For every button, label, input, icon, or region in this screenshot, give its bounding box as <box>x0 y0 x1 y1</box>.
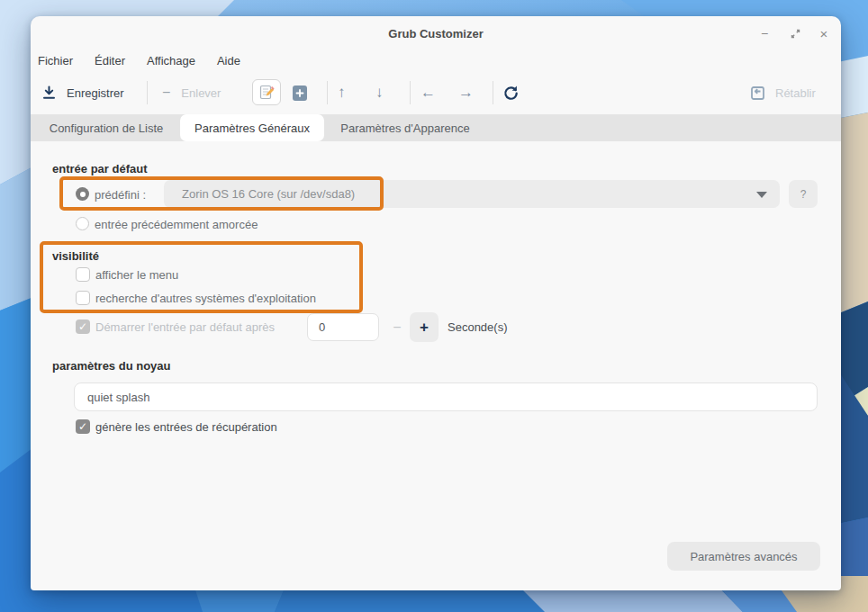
arrow-right-icon: → <box>458 84 474 102</box>
remove-label: Enlever <box>181 86 221 100</box>
save-button[interactable]: Enregistrer <box>42 77 124 108</box>
move-right-button: → <box>458 77 474 108</box>
tab-parametres-generaux[interactable]: Paramètres Généraux <box>180 114 324 141</box>
timeout-value-input[interactable] <box>307 313 379 341</box>
move-up-button: ↑ <box>338 77 346 108</box>
remove-icon: − <box>162 85 170 101</box>
tab-parametres-apparence[interactable]: Paramètres d'Apparence <box>328 114 483 141</box>
recovery-entries-label: génère les entrées de récupération <box>95 420 277 434</box>
arrow-down-icon: ↓ <box>375 84 384 102</box>
plus-icon: + <box>420 319 429 337</box>
move-down-button: ↓ <box>375 77 384 108</box>
maximize-button[interactable] <box>785 25 805 41</box>
minimize-icon: − <box>761 26 768 40</box>
menu-editer[interactable]: Éditer <box>95 54 125 70</box>
move-left-button: ← <box>420 77 436 108</box>
grub-customizer-window: Grub Customizer − × Fichier Éditer Affic… <box>31 16 841 590</box>
titlebar: Grub Customizer − × <box>31 16 841 47</box>
kernel-params-header: paramètres du noyau <box>52 359 171 373</box>
revert-button: Rétablir <box>750 77 816 108</box>
remove-button: − Enlever <box>162 77 221 108</box>
chevron-down-icon <box>756 192 767 198</box>
timeout-label: Démarrer l'entrée par défaut après <box>95 320 275 334</box>
close-icon: × <box>820 26 828 41</box>
minus-icon: − <box>393 320 401 336</box>
previously-booted-radio[interactable] <box>76 217 89 230</box>
edit-entry-button[interactable] <box>252 79 281 105</box>
toolbar-separator <box>147 81 148 104</box>
new-document-icon <box>292 85 308 102</box>
menu-aide[interactable]: Aide <box>217 54 240 70</box>
timeout-checkbox: ✓ <box>76 320 90 334</box>
window-title: Grub Customizer <box>31 27 841 40</box>
help-icon: ? <box>800 188 807 201</box>
menubar: Fichier Éditer Affichage Aide <box>38 54 240 70</box>
annotation-box-default-entry <box>59 176 384 211</box>
timeout-increment-button[interactable]: + <box>410 312 439 342</box>
annotation-box-visibility <box>40 241 363 313</box>
menu-affichage[interactable]: Affichage <box>147 54 195 70</box>
tab-configuration-de-liste[interactable]: Configuration de Liste <box>36 114 176 141</box>
arrow-up-icon: ↑ <box>338 84 346 102</box>
revert-label: Rétablir <box>775 86 816 100</box>
check-icon: ✓ <box>78 420 87 433</box>
desktop: Grub Customizer − × Fichier Éditer Affic… <box>0 0 868 612</box>
tabstrip: Configuration de Liste Paramètres Généra… <box>31 114 841 141</box>
default-entry-header: entrée par défaut <box>52 162 147 176</box>
timeout-decrement-button: − <box>388 313 406 341</box>
kernel-params-input[interactable] <box>74 382 818 411</box>
advanced-settings-button[interactable]: Paramètres avancés <box>667 542 820 571</box>
revert-icon <box>750 86 765 101</box>
arrow-left-icon: ← <box>420 84 436 102</box>
toolbar: Enregistrer − Enlever <box>31 77 841 108</box>
maximize-icon <box>790 28 801 40</box>
new-entry-button[interactable] <box>292 77 308 108</box>
refresh-icon <box>502 85 520 102</box>
check-icon: ✓ <box>78 320 87 333</box>
timeout-unit-label: Seconde(s) <box>448 320 507 334</box>
toolbar-separator <box>410 81 411 104</box>
reload-button[interactable] <box>502 77 520 108</box>
edit-pencil-icon <box>259 85 275 100</box>
menu-fichier[interactable]: Fichier <box>38 54 73 70</box>
close-button[interactable]: × <box>814 25 834 41</box>
previously-booted-label: entrée précédemment amorcée <box>95 218 258 231</box>
toolbar-separator <box>327 81 328 104</box>
recovery-entries-checkbox[interactable]: ✓ <box>76 419 90 434</box>
toolbar-separator <box>493 81 493 104</box>
help-button[interactable]: ? <box>789 180 818 208</box>
minimize-button[interactable]: − <box>755 25 774 41</box>
save-icon <box>42 86 56 100</box>
save-label: Enregistrer <box>67 86 124 100</box>
